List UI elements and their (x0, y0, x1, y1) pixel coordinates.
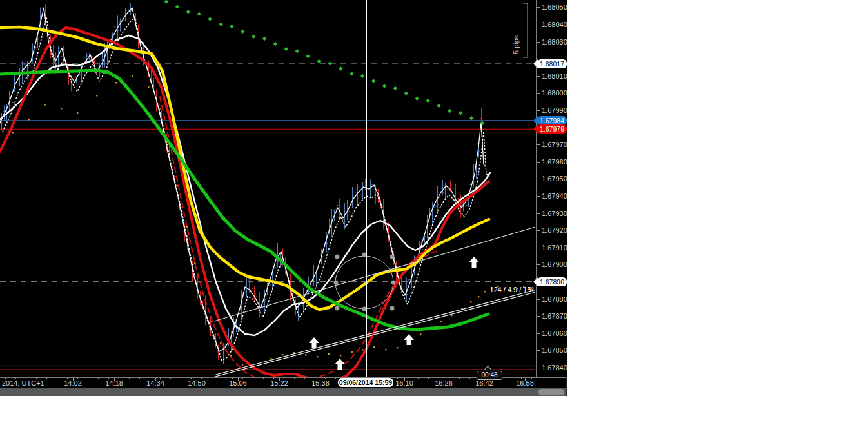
price-tick-mark (537, 196, 540, 197)
time-tick-label: 14:34 (146, 379, 164, 387)
price-tick-mark (537, 264, 540, 265)
price-pill-white: 1.68017 (537, 59, 567, 68)
time-tick-label: 16:58 (516, 379, 534, 387)
price-tick-label: 1.67990 (542, 106, 567, 114)
time-minor-tick (26, 378, 26, 379)
time-minor-tick (253, 378, 253, 379)
time-minor-tick (294, 378, 295, 379)
time-minor-tick (129, 378, 130, 379)
timezone-label: 2014, UTC+1 (2, 379, 44, 387)
time-minor-tick (459, 378, 460, 379)
price-tick-mark (537, 144, 540, 145)
price-tick-label: 1.67970 (542, 141, 567, 148)
price-tick-mark (537, 179, 540, 179)
price-tick-mark (537, 299, 540, 300)
price-tick-mark (537, 110, 540, 111)
time-tick-label: 15:22 (270, 379, 288, 387)
price-tick-label: 1.67840 (542, 364, 567, 371)
price-tick-mark (537, 76, 540, 77)
price-tick-label: 1.68000 (542, 89, 567, 97)
price-tick-label: 1.67910 (542, 244, 567, 252)
page-background: 5 pips 124 / 4.9 / 15° 00:48 1.680501.68… (0, 0, 868, 445)
price-tick-mark (537, 213, 540, 214)
price-pill-blue: 1.67984 (537, 116, 567, 125)
crosshair-measure-label: 124 / 4.9 / 15° (413, 286, 534, 293)
price-pill-red: 1.67979 (537, 124, 567, 134)
price-tick-mark (537, 42, 540, 43)
price-tick-mark (537, 25, 540, 25)
price-pill-white: 1.67890 (537, 277, 567, 286)
price-tick-mark (537, 230, 540, 231)
time-tick-label: 15:38 (311, 379, 330, 387)
time-minor-tick (98, 378, 99, 379)
price-tick-mark (537, 93, 540, 94)
time-minor-tick (222, 378, 222, 379)
time-minor-tick (428, 378, 429, 379)
scrollbar-thumb[interactable] (538, 389, 564, 395)
time-minor-tick (335, 378, 336, 379)
price-tick-label: 1.67870 (542, 312, 567, 320)
chart-bottom-strip (0, 388, 566, 396)
price-axis[interactable]: 1.680501.680401.680301.680101.680001.679… (536, 0, 567, 377)
price-tick-mark (537, 350, 540, 351)
price-chart-plot[interactable] (0, 0, 536, 377)
time-tick-label: 14:18 (105, 379, 123, 387)
trading-chart-window: 5 pips 124 / 4.9 / 15° 00:48 1.680501.68… (0, 0, 567, 396)
price-tick-mark (537, 333, 540, 334)
time-minor-tick (139, 378, 140, 379)
price-tick-label: 1.67930 (542, 210, 567, 217)
price-tick-mark (537, 248, 540, 248)
time-minor-tick (15, 378, 16, 379)
price-tick-label: 1.67900 (542, 261, 567, 268)
time-tick-label: 14:02 (64, 379, 82, 387)
price-tick-label: 1.67920 (542, 226, 567, 234)
time-minor-tick (418, 378, 419, 379)
price-tick-label: 1.67850 (542, 346, 567, 354)
time-tick-label: 16:42 (475, 379, 493, 387)
time-tick-label: 14:50 (188, 379, 206, 387)
candle-timer-bubble: 00:48 (477, 371, 502, 380)
time-minor-tick (170, 378, 171, 379)
time-minor-tick (304, 378, 305, 379)
price-tick-label: 1.67940 (542, 192, 567, 200)
price-tick-label: 1.68050 (542, 3, 567, 11)
time-minor-tick (511, 378, 511, 379)
price-tick-label: 1.68040 (542, 21, 567, 28)
time-minor-tick (263, 378, 264, 379)
time-minor-tick (5, 378, 6, 379)
time-minor-tick (469, 378, 470, 379)
time-minor-tick (36, 378, 37, 379)
crosshair-time-pill: 09/06/2014 15:59 (338, 378, 393, 387)
price-tick-label: 1.67960 (542, 158, 567, 166)
time-tick-label: 15:06 (229, 379, 247, 387)
time-minor-tick (212, 378, 212, 379)
time-minor-tick (88, 378, 88, 379)
time-minor-tick (46, 378, 47, 379)
price-tick-label: 1.67860 (542, 330, 567, 337)
time-tick-label: 16:10 (395, 379, 413, 387)
price-tick-label: 1.68030 (542, 38, 567, 46)
pips-bracket-label: 5 pips (512, 35, 520, 54)
price-tick-label: 1.67880 (542, 295, 567, 303)
price-tick-label: 1.68010 (542, 72, 567, 80)
price-tick-mark (537, 7, 540, 8)
price-tick-label: 1.67950 (542, 175, 567, 183)
price-tick-mark (537, 316, 540, 317)
price-tick-mark (537, 162, 540, 163)
time-minor-tick (57, 378, 57, 379)
time-minor-tick (181, 378, 181, 379)
time-tick-label: 16:26 (435, 379, 453, 387)
price-tick-mark (537, 368, 540, 368)
